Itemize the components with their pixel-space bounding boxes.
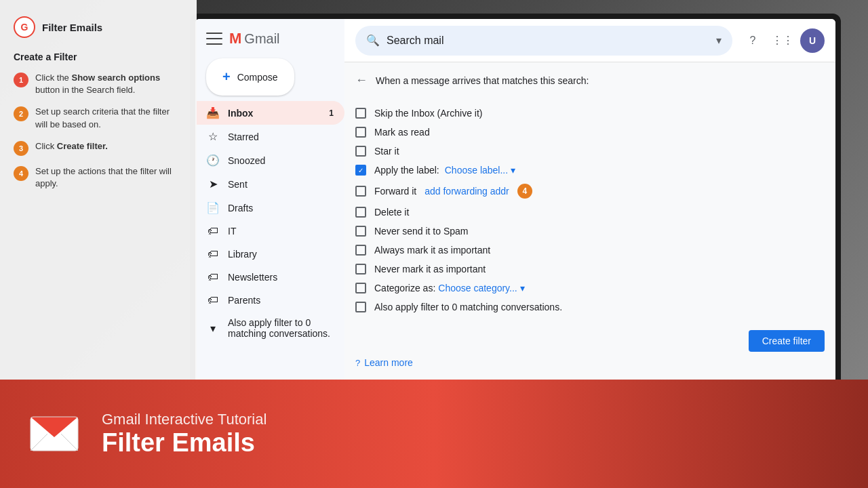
forward-it-checkbox[interactable] [355, 186, 366, 197]
bottom-text-block: Gmail Interactive Tutorial Filter Emails [102, 411, 267, 458]
inbox-icon: 📥 [206, 106, 220, 119]
bottom-title: Filter Emails [102, 428, 267, 458]
monitor-screen: M Gmail + Compose 📥 Inbox 1 ☆ Starred 🕐 … [195, 19, 835, 388]
compose-label: Compose [237, 72, 278, 83]
nav-item-library[interactable]: 🏷 Library [195, 243, 344, 266]
step-badge-4: 4 [14, 166, 28, 181]
categorize-checkbox[interactable] [355, 283, 366, 293]
filter-option-also-apply: Also apply filter to 0 matching conversa… [355, 298, 825, 317]
inbox-badge: 1 [329, 108, 334, 118]
categorize-label: Categorize as: [374, 283, 435, 293]
snoozed-icon: 🕐 [206, 154, 220, 167]
create-filter-heading: Create a Filter [14, 52, 183, 62]
apply-label-text: Apply the label: [374, 165, 439, 176]
gmail-g-letter: G [21, 22, 28, 33]
never-important-label: Never mark it as important [374, 264, 486, 274]
search-dropdown-icon[interactable]: ▾ [716, 34, 722, 47]
filter-option-forward-it: Forward it add forwarding addr 4 [355, 180, 825, 203]
filter-option-never-spam: Never send it to Spam [355, 222, 825, 241]
star-it-label: Star it [374, 146, 399, 157]
nav-item-it[interactable]: 🏷 IT [195, 220, 344, 243]
left-instruction-panel: G Filter Emails Create a Filter 1 Click … [0, 0, 197, 393]
nav-item-drafts[interactable]: 📄 Drafts [195, 196, 344, 220]
back-button[interactable]: ← [355, 73, 368, 87]
create-filter-button[interactable]: Create filter [749, 330, 825, 352]
nav-item-inbox[interactable]: 📥 Inbox 1 [195, 101, 344, 125]
it-folder-icon: 🏷 [206, 225, 220, 237]
apply-label-row: Apply the label: Choose label... ▾ [374, 165, 515, 176]
help-button[interactable]: ? [741, 28, 765, 53]
filter-option-star-it: Star it [355, 142, 825, 161]
step-item-4: 4 Set up the actions that the filter wil… [14, 165, 183, 190]
learn-more-link[interactable]: Learn more [364, 357, 413, 368]
search-bar[interactable]: 🔍 Search mail ▾ [355, 26, 732, 56]
step-text-4: Set up the actions that the filter will … [35, 165, 183, 190]
filter-option-always-important: Always mark it as important [355, 241, 825, 260]
panel-header: G Filter Emails [14, 16, 183, 38]
step-badge-2: 2 [14, 106, 28, 121]
choose-category-arrow: ▾ [520, 283, 525, 293]
add-forwarding-address-link[interactable]: add forwarding addr [425, 186, 509, 197]
also-apply-label: Also apply filter to 0 matching conversa… [374, 302, 562, 312]
newsletters-folder-icon: 🏷 [206, 271, 220, 283]
newsletters-label: Newsletters [228, 272, 334, 283]
delete-it-checkbox[interactable] [355, 207, 366, 218]
mark-as-read-checkbox[interactable] [355, 127, 366, 138]
also-apply-checkbox[interactable] [355, 302, 366, 312]
help-circle-icon: ? [355, 358, 360, 368]
filter-option-categorize: Categorize as: Choose category... ▾ [355, 279, 825, 298]
categorize-row: Categorize as: Choose category... ▾ [374, 283, 525, 293]
filter-dialog: ← When a message arrives that matches th… [344, 62, 835, 388]
always-important-label: Always mark it as important [374, 245, 490, 256]
search-icon: 🔍 [366, 34, 380, 47]
gmail-logo: M Gmail [229, 30, 280, 47]
filter-option-apply-label: ✓ Apply the label: Choose label... ▾ [355, 161, 825, 180]
delete-it-label: Delete it [374, 207, 409, 218]
nav-item-sent[interactable]: ➤ Sent [195, 172, 344, 196]
apps-grid-button[interactable]: ⋮⋮ [770, 28, 795, 53]
skip-inbox-checkbox[interactable] [355, 108, 366, 119]
nav-item-starred[interactable]: ☆ Starred [195, 125, 344, 148]
always-important-checkbox[interactable] [355, 245, 366, 256]
choose-label-dropdown[interactable]: Choose label... ▾ [445, 165, 515, 176]
nav-item-more[interactable]: ▾ Also apply filter to 0 matching conver… [195, 312, 344, 344]
more-chevron-icon: ▾ [206, 322, 220, 335]
nav-item-snoozed[interactable]: 🕐 Snoozed [195, 148, 344, 172]
apply-label-checkbox[interactable]: ✓ [355, 165, 366, 176]
gmail-main: 🔍 Search mail ▾ ? ⋮⋮ U ← When a message … [344, 19, 835, 388]
never-important-checkbox[interactable] [355, 264, 366, 274]
search-placeholder-text: Search mail [387, 35, 709, 47]
filter-option-mark-as-read: Mark as read [355, 123, 825, 142]
bottom-subtitle: Gmail Interactive Tutorial [102, 411, 267, 428]
step4-badge: 4 [517, 184, 532, 199]
dialog-footer: Create filter [355, 322, 825, 352]
gmail-m-logo: M [229, 30, 241, 47]
user-avatar[interactable]: U [800, 28, 825, 53]
nav-item-parents[interactable]: 🏷 Parents [195, 289, 344, 312]
gmail-topbar: 🔍 Search mail ▾ ? ⋮⋮ U [344, 19, 835, 62]
step-item-3: 3 Click Create filter. [14, 140, 183, 156]
never-spam-checkbox[interactable] [355, 226, 366, 237]
gmail-small-icon: G [14, 16, 35, 38]
topbar-icons: ? ⋮⋮ U [741, 28, 825, 53]
hamburger-menu-icon[interactable] [206, 30, 222, 47]
choose-label-text: Choose label... [445, 165, 508, 176]
nav-item-newsletters[interactable]: 🏷 Newsletters [195, 266, 344, 289]
gmail-header: M Gmail [195, 24, 344, 53]
step-item-2: 2 Set up search criteria that the filter… [14, 106, 183, 130]
step4-number: 4 [522, 186, 527, 196]
gmail-sidebar: M Gmail + Compose 📥 Inbox 1 ☆ Starred 🕐 … [195, 19, 344, 388]
compose-button[interactable]: + Compose [206, 58, 294, 96]
filter-option-delete-it: Delete it [355, 203, 825, 222]
skip-inbox-label: Skip the Inbox (Archive it) [374, 108, 483, 119]
step-item-1: 1 Click the Show search options button i… [14, 72, 183, 96]
filter-option-skip-inbox: Skip the Inbox (Archive it) [355, 104, 825, 123]
gmail-text-logo: Gmail [244, 31, 279, 47]
step-badge-1: 1 [14, 73, 28, 87]
starred-label: Starred [228, 131, 334, 142]
learn-more-row: ? Learn more [355, 357, 825, 368]
step-text-1: Click the Show search options button in … [35, 72, 183, 96]
choose-category-dropdown[interactable]: Choose category... ▾ [438, 283, 524, 293]
more-label: Also apply filter to 0 matching conversa… [228, 317, 334, 339]
star-it-checkbox[interactable] [355, 146, 366, 157]
